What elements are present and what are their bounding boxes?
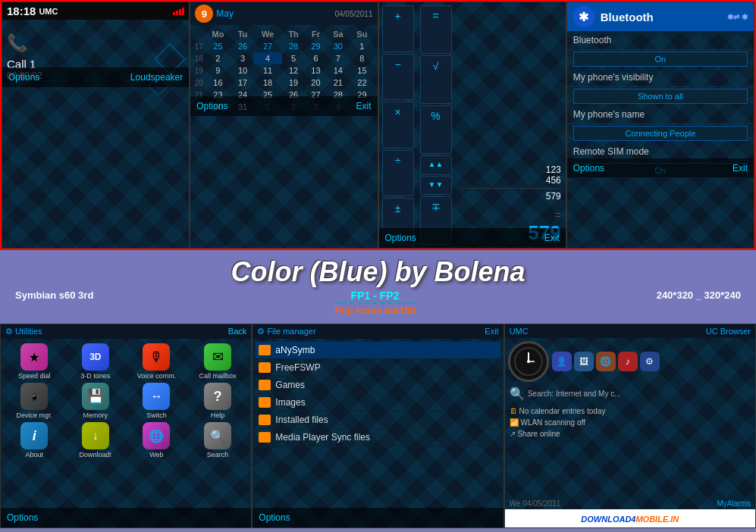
main-title: Color (Blue) by Bolena	[0, 256, 756, 288]
phone-name-value: Connecting People	[573, 126, 748, 141]
util-options-button[interactable]: Options	[7, 512, 38, 523]
day-fr: Fr	[305, 28, 326, 40]
folder-icon	[259, 362, 271, 373]
help-label: Help	[211, 412, 225, 419]
phone-name-menu-item[interactable]: My phone's name	[567, 105, 754, 124]
switch-icon: ↔	[143, 383, 170, 410]
calc-minus[interactable]: −	[382, 54, 414, 101]
app-about[interactable]: i About	[5, 422, 64, 458]
bluetooth-menu-item[interactable]: Bluetooth	[567, 31, 754, 50]
screen-browser: UMC UC Browser	[504, 324, 756, 528]
file-item-images[interactable]: Images	[256, 394, 500, 412]
calc-exit-button[interactable]: Exit	[544, 233, 560, 243]
screen-bluetooth: ✱ Bluetooth ✱⇌ ✱ Bluetooth On My phone's…	[566, 2, 754, 249]
app-help[interactable]: ? Help	[189, 383, 247, 419]
folder-icon	[259, 345, 271, 355]
calc-options-button[interactable]: Options	[385, 233, 416, 243]
bt-options-button[interactable]: Options	[573, 163, 604, 174]
file-manager-title: ⚙ File manager	[257, 327, 315, 336]
folder-icon	[259, 397, 271, 408]
browser-date: We 04/05/2011	[510, 499, 561, 508]
month-label: May	[216, 8, 234, 19]
mailbox-label: Call mailbox	[199, 372, 237, 380]
app-download[interactable]: ↓ Download!	[67, 422, 125, 458]
calc-down[interactable]: ▼▼	[420, 176, 452, 196]
app-speed-dial[interactable]: ★ Speed dial	[5, 343, 64, 380]
screen-file-manager: ⚙ File manager Exit aNySymb FreeFSWP Gam…	[252, 324, 503, 528]
bluetooth-title: Bluetooth	[601, 11, 654, 23]
cal-options-button[interactable]: Options	[196, 101, 227, 111]
app-call-mailbox[interactable]: ✉ Call mailbox	[189, 343, 247, 380]
app-voice-comm[interactable]: 🎙 Voice comm.	[127, 343, 186, 380]
search-row: 🔍 Search: Internet and My c...	[505, 385, 755, 402]
speed-dial-label: Speed dial	[18, 372, 51, 380]
calendar-info: 🗓 No calendar entries today	[510, 405, 751, 417]
contacts-icon[interactable]: 👤	[552, 352, 572, 371]
file-options-button[interactable]: Options	[259, 512, 290, 523]
about-label: About	[26, 451, 44, 458]
app-web[interactable]: 🌐 Web	[127, 422, 186, 458]
gallery-icon[interactable]: 🖼	[574, 352, 594, 371]
calendar-app-icon: 9	[195, 5, 213, 23]
pop-icons-label: Pop Icons Ind190	[334, 305, 416, 316]
options-button[interactable]: Options	[8, 72, 39, 83]
share-info: ↗ Share online	[510, 428, 751, 440]
search-text: Search: Internet and My c...	[528, 390, 621, 398]
calc-multiply[interactable]: ×	[382, 102, 414, 149]
back-button[interactable]: Back	[228, 327, 246, 336]
cal-date: 04/05/2011	[334, 10, 372, 18]
music-icon[interactable]: ♪	[618, 352, 638, 371]
calc-equals[interactable]: =	[420, 5, 452, 54]
calc-up[interactable]: ▲▲	[420, 155, 452, 175]
app-memory[interactable]: 💾 Memory	[67, 383, 125, 419]
settings-icon[interactable]: ⚙	[640, 352, 660, 371]
myalarms-button[interactable]: MyAlarms	[717, 499, 751, 508]
app-3d-tones[interactable]: 3D 3-D tones	[67, 343, 125, 380]
clock-widget	[508, 341, 549, 382]
day-we: We	[253, 28, 281, 40]
utilities-title: ⚙ Utilities	[5, 327, 42, 336]
day-th: Th	[282, 28, 306, 40]
loudspeaker-button[interactable]: Loudspeaker	[130, 72, 183, 83]
app-search[interactable]: 🔍 Search	[189, 422, 247, 458]
app-device-mgr[interactable]: 📱 Device mgr.	[5, 383, 64, 419]
screen-call: 18:18 UMC 📞 Call 1 00:00:02	[2, 2, 190, 249]
cal-exit-button[interactable]: Exit	[356, 101, 371, 111]
file-exit-button[interactable]: Exit	[485, 327, 498, 336]
memory-label: Memory	[83, 412, 108, 419]
browser-title: UC Browser	[706, 327, 751, 336]
mailbox-icon: ✉	[204, 343, 231, 371]
visibility-value: Shown to all	[573, 89, 748, 104]
calc-divide[interactable]: ÷	[382, 150, 414, 197]
calc-plus[interactable]: +	[382, 5, 414, 52]
app-switch[interactable]: ↔ Switch	[127, 383, 186, 419]
download-icon: ↓	[82, 422, 109, 449]
file-item-games[interactable]: Games	[256, 377, 500, 394]
magnifier-icon: 🔍	[510, 386, 525, 401]
calc-sqrt[interactable]: √	[420, 55, 452, 104]
search-icon: 🔍	[204, 422, 231, 449]
browser-operator: UMC	[510, 327, 529, 336]
bt-status-icons: ✱⇌ ✱	[727, 13, 748, 21]
3d-tones-label: 3-D tones	[80, 372, 110, 380]
day-sa: Sa	[326, 28, 350, 40]
speed-dial-icon: ★	[20, 343, 48, 371]
voice-comm-icon: 🎙	[143, 343, 170, 371]
bluetooth-value: On	[573, 52, 748, 67]
folder-icon	[259, 432, 271, 443]
calc-percent[interactable]: %	[420, 105, 452, 154]
about-icon: i	[20, 422, 48, 449]
screen-calculator: + − × ÷ ± = √ % ▲▲ ▼▼ ∓	[378, 2, 566, 249]
svg-point-3	[527, 360, 530, 363]
file-item-freefswp[interactable]: FreeFSWP	[256, 359, 500, 377]
bt-exit-button[interactable]: Exit	[732, 163, 748, 174]
calc-num1: 123	[460, 164, 561, 175]
calc-equals-sign: =	[460, 209, 561, 221]
switch-label: Switch	[146, 412, 167, 419]
file-item-anysymb[interactable]: aNySymb	[256, 342, 500, 359]
visibility-menu-item[interactable]: My phone's visibility	[567, 68, 754, 87]
file-item-installed[interactable]: Installed files	[256, 412, 500, 429]
day-su: Su	[350, 28, 374, 40]
browser2-icon[interactable]: 🌐	[596, 352, 616, 371]
file-item-mediaplayer[interactable]: Media Player Sync files	[256, 429, 500, 446]
